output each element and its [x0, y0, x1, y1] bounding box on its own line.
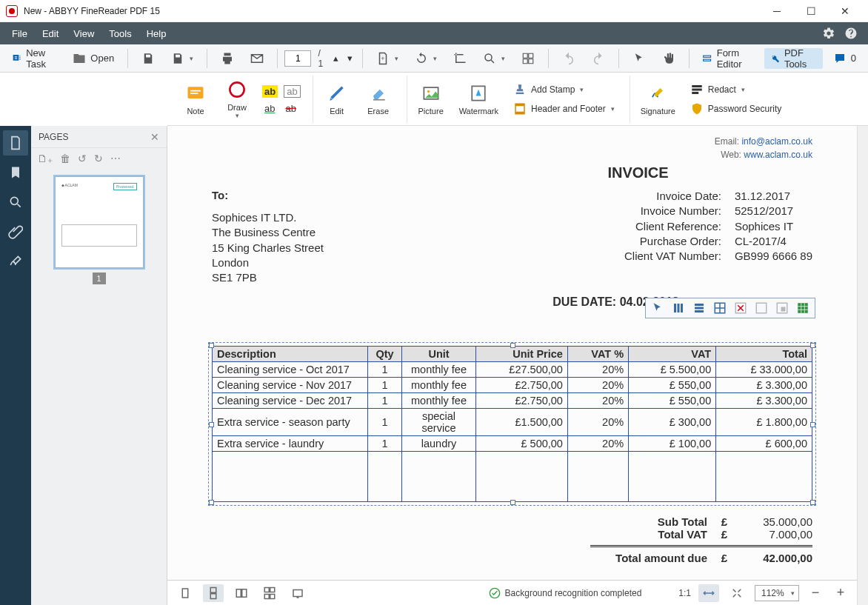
selection-handle[interactable]: [209, 500, 214, 505]
sel-rows[interactable]: [690, 300, 709, 316]
fit-page[interactable]: [727, 584, 747, 602]
picture-tool[interactable]: Picture: [413, 80, 449, 118]
web-link[interactable]: www.aclam.co.uk: [744, 150, 812, 160]
hand-button[interactable]: [656, 48, 681, 69]
crop-button[interactable]: [447, 48, 473, 69]
pointer-button[interactable]: [627, 48, 652, 69]
add-stamp-button[interactable]: Add Stamp▾: [509, 81, 619, 98]
selection-handle[interactable]: [510, 500, 515, 505]
sel-delete[interactable]: [731, 300, 750, 316]
rotate-right-thumb[interactable]: ↻: [94, 153, 103, 164]
rotate-button[interactable]: ▾: [409, 48, 443, 69]
rail-pages[interactable]: [3, 130, 28, 156]
rotate-icon: [415, 52, 428, 65]
selection-handle[interactable]: [810, 422, 815, 427]
save-button[interactable]: [136, 48, 161, 69]
undo-button[interactable]: [556, 48, 581, 69]
pages-close-button[interactable]: ✕: [150, 131, 159, 143]
svg-rect-9: [516, 93, 524, 94]
sel-cols[interactable]: [669, 300, 688, 316]
view-single-page[interactable]: [175, 584, 196, 602]
open-button[interactable]: Open: [67, 48, 120, 69]
invoice-table[interactable]: Description Qty Unit Unit Price VAT % VA…: [212, 346, 812, 502]
save-as-button[interactable]: ▾: [165, 48, 199, 69]
zoom-out[interactable]: −: [807, 584, 824, 602]
email-button[interactable]: [244, 48, 270, 69]
draw-tool[interactable]: Draw▾: [219, 76, 255, 122]
svg-rect-23: [182, 589, 188, 598]
form-editor-button[interactable]: Form Editor: [696, 48, 759, 69]
invoice-info: Invoice Date:31.12.2017 Invoice Number:5…: [595, 189, 812, 285]
selection-handle[interactable]: [510, 343, 515, 348]
svg-rect-21: [781, 307, 786, 312]
page-down-button[interactable]: ▾: [345, 48, 355, 69]
print-button[interactable]: [215, 48, 240, 69]
minimize-button[interactable]: ─: [760, 0, 794, 22]
rail-search[interactable]: [3, 190, 28, 215]
redact-button[interactable]: Redact▾: [686, 81, 786, 98]
one-to-one[interactable]: 1:1: [678, 588, 691, 598]
save-icon: [141, 52, 155, 65]
strikeout-tool[interactable]: ab: [281, 101, 299, 116]
sel-pointer[interactable]: [648, 300, 667, 316]
rail-bookmarks[interactable]: [3, 160, 28, 185]
comments-button[interactable]: 0: [827, 48, 862, 69]
edit-tool[interactable]: Edit: [319, 80, 355, 118]
page-up-button[interactable]: ▴: [331, 48, 341, 69]
view-fullscreen[interactable]: [287, 584, 308, 602]
settings-icon[interactable]: [822, 27, 835, 40]
selection-handle[interactable]: [209, 343, 214, 348]
menu-view[interactable]: View: [66, 25, 101, 42]
pdf-tools-button[interactable]: PDF Tools: [764, 48, 823, 69]
maximize-button[interactable]: ☐: [794, 0, 828, 22]
page-thumbnail-1[interactable]: ◆ ACLAMProcessed: [55, 176, 144, 268]
selection-handle[interactable]: [810, 500, 815, 505]
selection-handle[interactable]: [810, 343, 815, 348]
watermark-tool[interactable]: Watermark: [455, 80, 503, 118]
add-page-thumb[interactable]: 🗋₊: [37, 153, 53, 164]
view-continuous[interactable]: [203, 584, 224, 602]
view-two-page[interactable]: [231, 584, 252, 602]
underline-tool[interactable]: ab: [261, 101, 278, 116]
document-canvas[interactable]: Email: info@aclam.co.uk Web: www.aclam.c…: [167, 126, 857, 580]
rail-attachments[interactable]: [3, 219, 28, 244]
new-task-button[interactable]: New Task: [6, 48, 62, 69]
selection-handle[interactable]: [209, 422, 214, 427]
menu-tools[interactable]: Tools: [101, 25, 138, 42]
add-page-button[interactable]: +▾: [370, 48, 404, 69]
close-button[interactable]: ✕: [828, 0, 862, 22]
menu-file[interactable]: File: [4, 25, 35, 42]
sel-table[interactable]: [793, 300, 812, 316]
note-tool[interactable]: Note: [178, 80, 213, 118]
view-two-continuous[interactable]: [259, 584, 280, 602]
signature-tool[interactable]: Signature: [636, 80, 680, 118]
search-button[interactable]: ▾: [477, 48, 511, 69]
sel-cell[interactable]: [772, 300, 792, 316]
highlight-tool[interactable]: ab: [261, 84, 279, 99]
sel-merge[interactable]: [752, 300, 771, 316]
redo-button[interactable]: [586, 48, 611, 69]
page-number-input[interactable]: [284, 50, 311, 67]
email-link[interactable]: info@aclam.co.uk: [741, 136, 812, 147]
rotate-left-thumb[interactable]: ↺: [78, 153, 87, 164]
sel-split[interactable]: [710, 300, 730, 316]
password-security-button[interactable]: Password Security: [686, 101, 786, 117]
rail-signatures[interactable]: [3, 249, 28, 274]
more-thumb[interactable]: ⋯: [110, 153, 121, 164]
tools-icon: [770, 52, 780, 65]
vertical-scrollbar[interactable]: [857, 126, 868, 605]
layout-button[interactable]: [515, 48, 541, 69]
text-box-tool[interactable]: ab: [282, 84, 301, 99]
invoice-totals: Sub Total£35.000,00 Total VAT£7.000,00 T…: [590, 515, 812, 564]
pdf-tools-label: PDF Tools: [784, 47, 817, 70]
menu-edit[interactable]: Edit: [35, 25, 66, 42]
menu-help[interactable]: Help: [139, 25, 174, 42]
svg-rect-2: [704, 56, 711, 57]
fit-width[interactable]: [698, 584, 719, 602]
help-icon[interactable]: [844, 27, 858, 40]
erase-tool[interactable]: Erase: [361, 80, 396, 118]
zoom-in[interactable]: +: [832, 584, 849, 602]
header-footer-button[interactable]: Header and Footer▾: [509, 101, 619, 117]
zoom-level[interactable]: 112%▾: [755, 585, 799, 601]
delete-page-thumb[interactable]: 🗑: [60, 153, 70, 164]
